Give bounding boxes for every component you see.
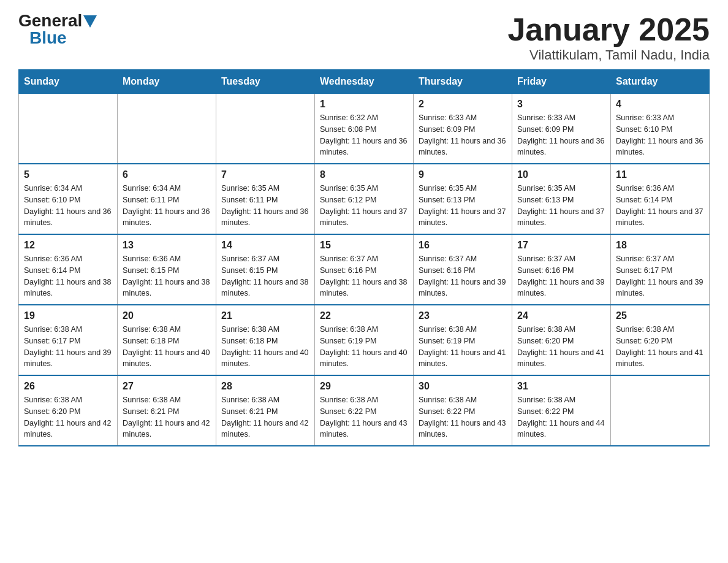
day-number: 4 bbox=[616, 99, 704, 110]
day-cell: 18Sunrise: 6:37 AMSunset: 6:17 PMDayligh… bbox=[611, 234, 710, 305]
day-info: Sunrise: 6:38 AMSunset: 6:18 PMDaylight:… bbox=[221, 324, 309, 370]
logo-triangle-icon bbox=[83, 15, 97, 28]
day-number: 3 bbox=[517, 99, 605, 110]
day-cell: 12Sunrise: 6:36 AMSunset: 6:14 PMDayligh… bbox=[19, 234, 118, 305]
day-info: Sunrise: 6:38 AMSunset: 6:22 PMDaylight:… bbox=[419, 394, 507, 440]
day-cell bbox=[216, 94, 315, 164]
day-info: Sunrise: 6:36 AMSunset: 6:15 PMDaylight:… bbox=[123, 253, 211, 299]
day-info: Sunrise: 6:38 AMSunset: 6:22 PMDaylight:… bbox=[320, 394, 408, 440]
day-cell: 9Sunrise: 6:35 AMSunset: 6:13 PMDaylight… bbox=[414, 164, 512, 234]
day-number: 28 bbox=[221, 381, 309, 392]
day-cell bbox=[118, 94, 216, 164]
day-number: 14 bbox=[221, 240, 309, 251]
day-info: Sunrise: 6:38 AMSunset: 6:18 PMDaylight:… bbox=[123, 324, 211, 370]
day-info: Sunrise: 6:38 AMSunset: 6:22 PMDaylight:… bbox=[517, 394, 605, 440]
day-number: 27 bbox=[123, 381, 211, 392]
day-number: 24 bbox=[517, 310, 605, 321]
day-info: Sunrise: 6:38 AMSunset: 6:19 PMDaylight:… bbox=[419, 324, 507, 370]
day-number: 2 bbox=[419, 99, 507, 110]
day-cell: 2Sunrise: 6:33 AMSunset: 6:09 PMDaylight… bbox=[414, 94, 512, 164]
day-info: Sunrise: 6:38 AMSunset: 6:20 PMDaylight:… bbox=[517, 324, 605, 370]
day-cell: 30Sunrise: 6:38 AMSunset: 6:22 PMDayligh… bbox=[414, 375, 512, 446]
title-block: January 2025 Vilattikulam, Tamil Nadu, I… bbox=[507, 12, 710, 63]
day-info: Sunrise: 6:38 AMSunset: 6:20 PMDaylight:… bbox=[616, 324, 704, 370]
day-cell: 13Sunrise: 6:36 AMSunset: 6:15 PMDayligh… bbox=[118, 234, 216, 305]
day-cell: 7Sunrise: 6:35 AMSunset: 6:11 PMDaylight… bbox=[216, 164, 315, 234]
day-cell: 14Sunrise: 6:37 AMSunset: 6:15 PMDayligh… bbox=[216, 234, 315, 305]
logo-blue-text: Blue bbox=[29, 29, 67, 47]
day-number: 20 bbox=[123, 310, 211, 321]
day-info: Sunrise: 6:33 AMSunset: 6:10 PMDaylight:… bbox=[616, 112, 704, 158]
calendar-table: SundayMondayTuesdayWednesdayThursdayFrid… bbox=[18, 69, 710, 446]
day-number: 31 bbox=[517, 381, 605, 392]
header-sunday: Sunday bbox=[19, 70, 118, 94]
header-friday: Friday bbox=[512, 70, 611, 94]
week-row-4: 19Sunrise: 6:38 AMSunset: 6:17 PMDayligh… bbox=[19, 305, 710, 375]
day-cell: 16Sunrise: 6:37 AMSunset: 6:16 PMDayligh… bbox=[414, 234, 512, 305]
day-number: 1 bbox=[320, 99, 408, 110]
day-info: Sunrise: 6:37 AMSunset: 6:15 PMDaylight:… bbox=[221, 253, 309, 299]
day-info: Sunrise: 6:38 AMSunset: 6:21 PMDaylight:… bbox=[123, 394, 211, 440]
header-thursday: Thursday bbox=[414, 70, 512, 94]
page-header: General Blue January 2025 Vilattikulam, … bbox=[18, 12, 710, 63]
day-info: Sunrise: 6:37 AMSunset: 6:17 PMDaylight:… bbox=[616, 253, 704, 299]
day-cell: 10Sunrise: 6:35 AMSunset: 6:13 PMDayligh… bbox=[512, 164, 611, 234]
week-row-5: 26Sunrise: 6:38 AMSunset: 6:20 PMDayligh… bbox=[19, 375, 710, 446]
svg-marker-0 bbox=[83, 15, 97, 28]
day-cell: 11Sunrise: 6:36 AMSunset: 6:14 PMDayligh… bbox=[611, 164, 710, 234]
day-cell bbox=[19, 94, 118, 164]
day-cell bbox=[611, 375, 710, 446]
day-cell: 29Sunrise: 6:38 AMSunset: 6:22 PMDayligh… bbox=[315, 375, 414, 446]
week-row-1: 1Sunrise: 6:32 AMSunset: 6:08 PMDaylight… bbox=[19, 94, 710, 164]
page-subtitle: Vilattikulam, Tamil Nadu, India bbox=[507, 47, 710, 63]
day-number: 12 bbox=[24, 240, 112, 251]
day-number: 16 bbox=[419, 240, 507, 251]
day-cell: 25Sunrise: 6:38 AMSunset: 6:20 PMDayligh… bbox=[611, 305, 710, 375]
page-title: January 2025 bbox=[507, 12, 710, 47]
day-cell: 1Sunrise: 6:32 AMSunset: 6:08 PMDaylight… bbox=[315, 94, 414, 164]
day-cell: 21Sunrise: 6:38 AMSunset: 6:18 PMDayligh… bbox=[216, 305, 315, 375]
day-cell: 15Sunrise: 6:37 AMSunset: 6:16 PMDayligh… bbox=[315, 234, 414, 305]
day-number: 9 bbox=[419, 169, 507, 180]
day-info: Sunrise: 6:36 AMSunset: 6:14 PMDaylight:… bbox=[616, 183, 704, 229]
day-info: Sunrise: 6:37 AMSunset: 6:16 PMDaylight:… bbox=[320, 253, 408, 299]
week-row-3: 12Sunrise: 6:36 AMSunset: 6:14 PMDayligh… bbox=[19, 234, 710, 305]
header-monday: Monday bbox=[118, 70, 216, 94]
day-cell: 27Sunrise: 6:38 AMSunset: 6:21 PMDayligh… bbox=[118, 375, 216, 446]
day-number: 29 bbox=[320, 381, 408, 392]
day-cell: 28Sunrise: 6:38 AMSunset: 6:21 PMDayligh… bbox=[216, 375, 315, 446]
day-cell: 17Sunrise: 6:37 AMSunset: 6:16 PMDayligh… bbox=[512, 234, 611, 305]
day-number: 5 bbox=[24, 169, 112, 180]
day-info: Sunrise: 6:35 AMSunset: 6:13 PMDaylight:… bbox=[419, 183, 507, 229]
day-number: 22 bbox=[320, 310, 408, 321]
day-cell: 8Sunrise: 6:35 AMSunset: 6:12 PMDaylight… bbox=[315, 164, 414, 234]
day-info: Sunrise: 6:37 AMSunset: 6:16 PMDaylight:… bbox=[419, 253, 507, 299]
day-info: Sunrise: 6:38 AMSunset: 6:17 PMDaylight:… bbox=[24, 324, 112, 370]
header-row: SundayMondayTuesdayWednesdayThursdayFrid… bbox=[19, 70, 710, 94]
day-info: Sunrise: 6:37 AMSunset: 6:16 PMDaylight:… bbox=[517, 253, 605, 299]
header-tuesday: Tuesday bbox=[216, 70, 315, 94]
calendar-body: 1Sunrise: 6:32 AMSunset: 6:08 PMDaylight… bbox=[19, 94, 710, 446]
day-cell: 5Sunrise: 6:34 AMSunset: 6:10 PMDaylight… bbox=[19, 164, 118, 234]
day-cell: 6Sunrise: 6:34 AMSunset: 6:11 PMDaylight… bbox=[118, 164, 216, 234]
day-cell: 20Sunrise: 6:38 AMSunset: 6:18 PMDayligh… bbox=[118, 305, 216, 375]
day-info: Sunrise: 6:38 AMSunset: 6:19 PMDaylight:… bbox=[320, 324, 408, 370]
day-info: Sunrise: 6:36 AMSunset: 6:14 PMDaylight:… bbox=[24, 253, 112, 299]
week-row-2: 5Sunrise: 6:34 AMSunset: 6:10 PMDaylight… bbox=[19, 164, 710, 234]
day-number: 6 bbox=[123, 169, 211, 180]
day-info: Sunrise: 6:33 AMSunset: 6:09 PMDaylight:… bbox=[419, 112, 507, 158]
day-number: 26 bbox=[24, 381, 112, 392]
day-info: Sunrise: 6:35 AMSunset: 6:13 PMDaylight:… bbox=[517, 183, 605, 229]
calendar-header: SundayMondayTuesdayWednesdayThursdayFrid… bbox=[19, 70, 710, 94]
day-number: 30 bbox=[419, 381, 507, 392]
day-number: 11 bbox=[616, 169, 704, 180]
day-cell: 31Sunrise: 6:38 AMSunset: 6:22 PMDayligh… bbox=[512, 375, 611, 446]
day-cell: 19Sunrise: 6:38 AMSunset: 6:17 PMDayligh… bbox=[19, 305, 118, 375]
day-cell: 22Sunrise: 6:38 AMSunset: 6:19 PMDayligh… bbox=[315, 305, 414, 375]
day-number: 7 bbox=[221, 169, 309, 180]
day-info: Sunrise: 6:35 AMSunset: 6:12 PMDaylight:… bbox=[320, 183, 408, 229]
logo: General Blue bbox=[18, 12, 97, 47]
day-number: 10 bbox=[517, 169, 605, 180]
day-number: 17 bbox=[517, 240, 605, 251]
day-info: Sunrise: 6:33 AMSunset: 6:09 PMDaylight:… bbox=[517, 112, 605, 158]
